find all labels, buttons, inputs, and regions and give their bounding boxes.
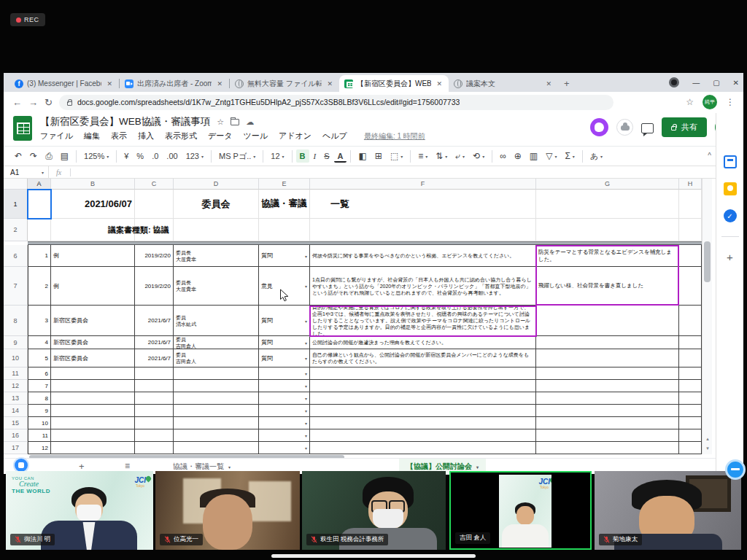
close-window-button[interactable]: ✕ bbox=[733, 79, 739, 87]
cell-G6[interactable]: 防災をテーマとする背景となるエビデンスを補充しました。 bbox=[536, 245, 679, 267]
cell-F6[interactable]: 何故今防災に関する事業をやるべきなのかという根拠、エビデンスを教えてください。 bbox=[310, 245, 536, 267]
cell-C14[interactable] bbox=[135, 405, 174, 417]
cell-D9[interactable]: 委員 吉田倉人 bbox=[174, 336, 259, 349]
sheets-logo-icon[interactable] bbox=[13, 116, 32, 141]
tab-close-icon[interactable]: ✕ bbox=[325, 79, 334, 88]
dropdown-arrow-icon[interactable]: ▾ bbox=[305, 356, 307, 361]
star-document-icon[interactable]: ☆ bbox=[217, 117, 224, 127]
cell-D12[interactable] bbox=[174, 380, 259, 392]
cell-D13[interactable] bbox=[174, 392, 259, 405]
cell-H16[interactable] bbox=[679, 429, 702, 442]
cell-F9[interactable]: 公開討論会の開催が急遽決まった理由を教えてください。 bbox=[310, 336, 536, 349]
cell-G11[interactable] bbox=[536, 368, 679, 380]
cell-A11[interactable]: 6 bbox=[28, 368, 51, 380]
taskbar-handle[interactable] bbox=[271, 554, 476, 558]
dropdown-arrow-icon[interactable]: ▾ bbox=[305, 284, 307, 289]
scroll-down-icon[interactable]: ▾ bbox=[703, 443, 713, 454]
cell-H9[interactable] bbox=[679, 336, 702, 349]
text-wrap-button[interactable]: ⤶▾ bbox=[452, 149, 468, 163]
cell-E6[interactable]: 質問▾ bbox=[259, 245, 310, 267]
collapse-toolbar-button[interactable]: ^ bbox=[708, 152, 711, 160]
row-header-9[interactable]: 9 bbox=[4, 336, 28, 349]
bookmark-star-icon[interactable]: ☆ bbox=[686, 97, 694, 107]
menu-9[interactable]: ヘルプ bbox=[322, 131, 347, 141]
cell-H7[interactable] bbox=[679, 267, 702, 306]
text-color-button[interactable]: A bbox=[334, 149, 347, 163]
comment-history-icon[interactable] bbox=[641, 123, 654, 133]
cell-H14[interactable] bbox=[679, 405, 702, 417]
back-button[interactable]: ← bbox=[12, 97, 22, 108]
cell-F13[interactable] bbox=[310, 392, 536, 405]
get-addons-button[interactable]: + bbox=[727, 251, 733, 263]
undo-button[interactable]: ↶ bbox=[11, 149, 26, 163]
cell-E10[interactable]: 質問▾ bbox=[259, 349, 310, 368]
row-header-10[interactable]: 10 bbox=[4, 349, 28, 368]
cell-E16[interactable]: ▾ bbox=[259, 429, 310, 442]
collaborator-avatar[interactable] bbox=[590, 118, 608, 136]
format-percent-button[interactable]: % bbox=[133, 149, 147, 163]
cell-F1[interactable]: 一覧 bbox=[310, 190, 536, 219]
italic-button[interactable]: I bbox=[310, 149, 320, 163]
cell-G15[interactable] bbox=[536, 417, 679, 429]
cell-H10[interactable] bbox=[679, 349, 702, 368]
menu-3[interactable]: 表示 bbox=[111, 131, 127, 141]
dropdown-arrow-icon[interactable]: ▾ bbox=[305, 318, 307, 323]
column-header-H[interactable]: H bbox=[679, 179, 702, 190]
cell-G9[interactable] bbox=[536, 336, 679, 349]
cell-C1[interactable] bbox=[135, 190, 174, 219]
cell-E12[interactable]: ▾ bbox=[259, 380, 310, 392]
borders-button[interactable]: ⊞ bbox=[371, 149, 386, 163]
cell-B9[interactable]: 新宿区委員会 bbox=[51, 336, 135, 349]
cell-H2[interactable] bbox=[679, 219, 702, 241]
cell-B1[interactable]: 2021/06/07 bbox=[51, 190, 135, 219]
participant-video-1[interactable]: YOU CANCreateTHE WORLDJCITokyo御法川 明 bbox=[6, 471, 153, 550]
cell-B15[interactable] bbox=[51, 417, 135, 429]
keep-icon[interactable] bbox=[724, 182, 737, 195]
document-title[interactable]: 【新宿区委員会】WEB協議・審議事項 bbox=[40, 115, 210, 128]
cell-F15[interactable] bbox=[310, 417, 536, 429]
cell-B16[interactable] bbox=[51, 429, 135, 442]
cell-G12[interactable] bbox=[536, 380, 679, 392]
cell-C15[interactable] bbox=[135, 417, 174, 429]
browser-tab-3[interactable]: 無料大容量 ファイル転送サービス Gi✕ bbox=[230, 75, 339, 92]
format-currency-button[interactable]: ¥ bbox=[120, 149, 132, 163]
cell-F10[interactable]: 自己の修練という観点から、公開討論会の開催が新宿区委員会メンバーにどのような成長… bbox=[310, 349, 536, 368]
dropdown-arrow-icon[interactable]: ▾ bbox=[305, 396, 307, 401]
strikethrough-button[interactable]: S bbox=[320, 149, 333, 163]
row-header-8[interactable]: 8 bbox=[4, 306, 28, 336]
cell-E9[interactable]: 質問▾ bbox=[259, 336, 310, 349]
cell-E17[interactable]: ▾ bbox=[259, 442, 310, 454]
cell-G2[interactable] bbox=[536, 219, 679, 241]
cell-C17[interactable] bbox=[135, 442, 174, 454]
cell-C13[interactable] bbox=[135, 392, 174, 405]
spreadsheet-grid[interactable]: ABCDEFGH12021/06/07委員会協議・審議一覧2議案書種類: 協議6… bbox=[4, 179, 702, 454]
cell-C12[interactable] bbox=[135, 380, 174, 392]
font-size-select-button[interactable]: 12▾ bbox=[267, 149, 287, 163]
row-header-11[interactable]: 11 bbox=[4, 368, 28, 380]
browser-tab-5[interactable]: 議案本文✕ bbox=[449, 75, 558, 92]
cell-F7[interactable]: 1点目の質問にも繋がりますが、社会背景の「日本人も外国人も共に認め合い協力し合う… bbox=[310, 267, 536, 306]
dropdown-arrow-icon[interactable]: ▾ bbox=[305, 384, 307, 389]
cell-E13[interactable]: ▾ bbox=[259, 392, 310, 405]
participant-video-5[interactable]: 菊地康太 bbox=[595, 471, 741, 550]
cell-E2[interactable] bbox=[259, 219, 310, 241]
scroll-up-icon[interactable]: ▴ bbox=[703, 434, 713, 444]
cell-B13[interactable] bbox=[51, 392, 135, 405]
tab-close-icon[interactable]: ✕ bbox=[215, 79, 224, 88]
cell-H17[interactable] bbox=[679, 442, 702, 454]
functions-button[interactable]: Σ▾ bbox=[561, 149, 578, 163]
dropdown-arrow-icon[interactable]: ▾ bbox=[305, 253, 307, 258]
dropdown-arrow-icon[interactable]: ▾ bbox=[305, 433, 307, 438]
paint-format-button[interactable]: ▤ bbox=[57, 149, 72, 163]
cell-A9[interactable]: 4 bbox=[28, 336, 51, 349]
cell-G17[interactable] bbox=[536, 442, 679, 454]
cell-D6[interactable]: 委員長 大屋貴幸 bbox=[174, 245, 259, 267]
cell-D10[interactable]: 委員 吉田倉人 bbox=[174, 349, 259, 368]
cell-A6[interactable]: 1 bbox=[28, 245, 51, 267]
browser-menu-icon[interactable]: ⋮ bbox=[726, 97, 735, 107]
fill-color-button[interactable]: ◧ bbox=[355, 149, 370, 163]
cell-H13[interactable] bbox=[679, 392, 702, 405]
cell-H8[interactable] bbox=[679, 306, 702, 336]
cell-F12[interactable] bbox=[310, 380, 536, 392]
all-sheets-menu-icon[interactable]: ≡ bbox=[125, 461, 130, 471]
